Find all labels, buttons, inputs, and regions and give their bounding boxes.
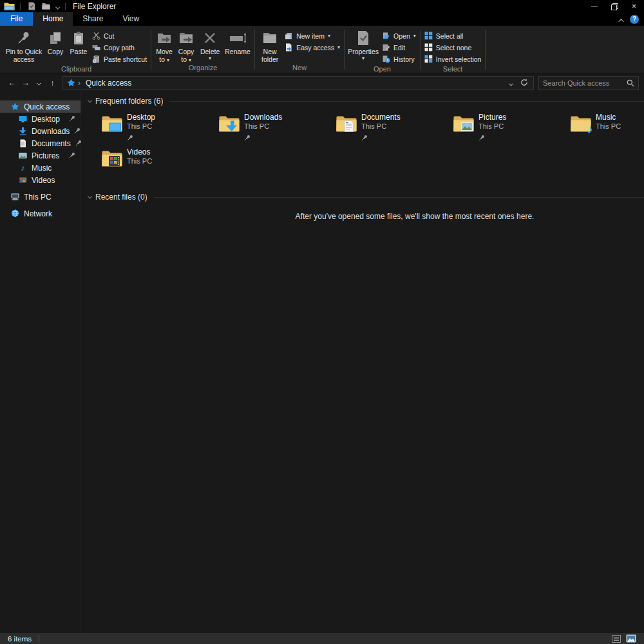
scissors-icon: [92, 32, 100, 41]
qat-properties-icon[interactable]: [26, 2, 36, 10]
new-item-button[interactable]: New item ▾: [283, 30, 342, 42]
tab-view[interactable]: View: [113, 12, 149, 26]
tile-name: Music: [596, 113, 621, 122]
frequent-folders-header[interactable]: Frequent folders (6): [87, 96, 644, 106]
sidebar-item-network[interactable]: Network: [0, 207, 80, 220]
open-button[interactable]: Open ▾: [380, 30, 418, 42]
paste-button[interactable]: Paste: [67, 28, 90, 56]
music-folder-icon: ♪: [570, 114, 592, 133]
copy-icon: [48, 28, 63, 48]
sidebar-item-downloads[interactable]: Downloads: [0, 125, 80, 137]
new-item-label: New item: [296, 32, 325, 40]
tab-file[interactable]: File: [0, 12, 33, 26]
move-to-button[interactable]: Move to ▾: [153, 28, 175, 64]
up-button[interactable]: ↑: [46, 78, 59, 88]
this-pc-icon: [11, 193, 19, 201]
folder-tile-videos[interactable]: Videos This PC: [101, 147, 218, 180]
sidebar-item-label: Pictures: [32, 151, 59, 160]
tab-share[interactable]: Share: [73, 12, 113, 26]
sidebar-item-pictures[interactable]: Pictures: [0, 149, 80, 162]
select-none-button[interactable]: Select none: [422, 42, 484, 53]
rename-button[interactable]: Rename: [223, 28, 252, 56]
copy-path-button[interactable]: Copy path: [90, 42, 149, 53]
copy-to-button[interactable]: Copy to ▾: [175, 28, 197, 64]
sidebar-item-label: Quick access: [24, 102, 70, 111]
folder-tile-downloads[interactable]: Downloads This PC: [218, 113, 336, 145]
chevron-up-icon: [618, 19, 623, 24]
dropdown-icon: ▾: [209, 56, 211, 61]
search-input[interactable]: [543, 79, 627, 87]
open-icon: [382, 32, 390, 41]
titlebar-separator-2: [65, 3, 66, 10]
ribbon-controls: ?: [620, 12, 644, 26]
qat-customize-dropdown-icon[interactable]: [56, 1, 59, 12]
new-item-icon: [285, 32, 293, 41]
tab-home[interactable]: Home: [33, 12, 73, 26]
dropdown-icon: ▾: [362, 56, 365, 61]
large-icons-view-button[interactable]: [625, 634, 636, 643]
address-dropdown-button[interactable]: [509, 77, 513, 89]
sidebar-item-this-pc[interactable]: This PC: [0, 191, 80, 203]
select-all-label: Select all: [436, 32, 464, 40]
cut-button[interactable]: Cut: [90, 30, 149, 42]
pin-icon: [74, 127, 80, 136]
pin-icon: [69, 151, 75, 160]
quick-access-star-icon: [67, 79, 75, 87]
tile-location: This PC: [361, 122, 401, 131]
minimize-button[interactable]: [584, 0, 604, 12]
select-all-button[interactable]: Select all: [422, 30, 484, 42]
sidebar-item-music[interactable]: ♪ Music: [0, 162, 80, 174]
breadcrumb-location[interactable]: Quick access: [86, 79, 131, 88]
section-rule: [169, 101, 644, 102]
copy-button[interactable]: Copy: [44, 28, 67, 56]
ribbon: Pin to Quick access Copy Paste: [0, 26, 644, 73]
pin-icon: [361, 132, 401, 138]
details-view-button[interactable]: [611, 634, 621, 643]
refresh-button[interactable]: [520, 77, 528, 89]
close-button[interactable]: ×: [624, 0, 644, 12]
tile-location: This PC: [127, 122, 155, 131]
recent-files-empty-message: After you've opened some files, we'll sh…: [114, 212, 644, 221]
pin-to-quick-access-button[interactable]: Pin to Quick access: [4, 28, 44, 64]
folder-tile-pictures[interactable]: Pictures This PC: [453, 113, 570, 145]
search-icon: [627, 79, 634, 87]
desktop-icon: [19, 115, 27, 123]
copy-path-label: Copy path: [104, 44, 135, 52]
recent-files-header[interactable]: Recent files (0): [87, 192, 644, 202]
properties-button[interactable]: Properties ▾: [346, 28, 380, 62]
ribbon-separator: [420, 30, 421, 70]
qat-new-folder-icon[interactable]: [41, 2, 51, 10]
folder-tile-music[interactable]: ♪ Music This PC: [570, 113, 644, 145]
back-button[interactable]: ←: [5, 78, 19, 88]
recent-locations-button[interactable]: [32, 78, 46, 88]
history-button[interactable]: History: [380, 53, 418, 65]
restore-button[interactable]: [604, 0, 624, 12]
folder-tile-desktop[interactable]: Desktop This PC: [101, 113, 218, 145]
collapse-ribbon-button[interactable]: [620, 14, 624, 25]
move-to-label: Move to ▾: [155, 48, 174, 63]
sidebar-item-videos[interactable]: Videos: [0, 174, 80, 186]
folder-tile-documents[interactable]: Documents This PC: [336, 113, 453, 145]
invert-selection-icon: [424, 55, 433, 64]
address-bar[interactable]: › Quick access: [62, 76, 534, 90]
sidebar-item-quick-access[interactable]: Quick access: [0, 100, 80, 113]
invert-selection-button[interactable]: Invert selection: [422, 53, 484, 65]
forward-button[interactable]: →: [19, 78, 32, 88]
easy-access-button[interactable]: Easy access ▾: [283, 42, 342, 53]
ribbon-separator: [485, 30, 486, 70]
help-button[interactable]: ?: [630, 15, 639, 24]
delete-button[interactable]: Delete ▾: [197, 28, 223, 62]
sidebar-item-documents[interactable]: Documents: [0, 137, 80, 149]
properties-icon: [355, 28, 371, 48]
titlebar: File Explorer ×: [0, 0, 644, 12]
sidebar-item-label: Desktop: [32, 115, 60, 124]
search-box[interactable]: [538, 76, 639, 90]
edit-button[interactable]: Edit: [380, 42, 418, 53]
frequent-folders-title: Frequent folders (6): [95, 97, 163, 106]
delete-icon: [202, 28, 218, 48]
sidebar-item-desktop[interactable]: Desktop: [0, 113, 80, 125]
new-folder-button[interactable]: New folder: [257, 28, 283, 64]
status-bar-divider: [39, 635, 39, 642]
pin-icon: [478, 132, 506, 138]
paste-shortcut-button[interactable]: Paste shortcut: [90, 53, 149, 65]
